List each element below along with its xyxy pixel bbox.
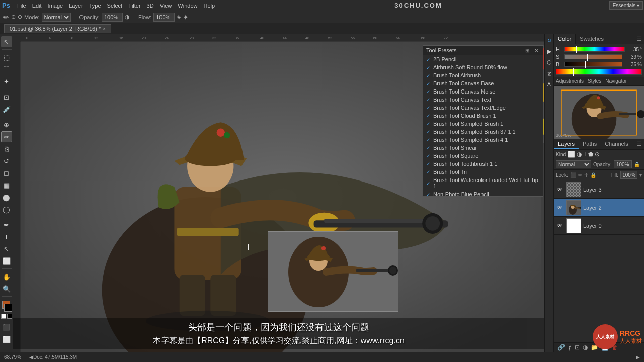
- kind-pixel-filter[interactable]: ⬜: [568, 151, 575, 158]
- layer-item-3[interactable]: 👁 Layer 3: [554, 180, 644, 199]
- brush-tool[interactable]: ✏: [1, 131, 12, 142]
- fill-input[interactable]: [620, 171, 637, 179]
- eraser-tool[interactable]: ◻: [1, 167, 12, 178]
- layer-mask-icon[interactable]: ⊡: [573, 344, 581, 351]
- tab-styles[interactable]: Styles: [588, 78, 601, 84]
- screen-mode[interactable]: ⬜: [1, 334, 12, 345]
- kind-adjust-filter[interactable]: ◑: [577, 151, 582, 158]
- text-tool[interactable]: T: [1, 231, 12, 242]
- opacity-lock-icon[interactable]: 🔒: [634, 162, 640, 167]
- menu-select[interactable]: Select: [104, 0, 126, 11]
- blur-tool[interactable]: ⬤: [1, 192, 12, 203]
- rectangle-select-tool[interactable]: ⬚: [1, 52, 12, 63]
- preset-item-3[interactable]: ✓ Brush Tool Canvas Base: [423, 79, 543, 87]
- flow-input[interactable]: [153, 13, 175, 22]
- nav-arrow-left[interactable]: ◀: [29, 354, 33, 360]
- spectrum-bar[interactable]: [556, 69, 642, 75]
- background-color-box[interactable]: [4, 304, 12, 312]
- menu-window[interactable]: Window: [175, 0, 200, 11]
- tab-close-button[interactable]: ×: [103, 26, 106, 32]
- brightness-slider[interactable]: [564, 62, 622, 67]
- mode-select[interactable]: Normal: [42, 13, 71, 22]
- layer-item-0[interactable]: 👁 Layer 0: [554, 217, 644, 235]
- kind-smart-filter[interactable]: ⊙: [595, 151, 600, 158]
- menu-layer[interactable]: Layer: [66, 0, 86, 11]
- tab-layers[interactable]: Layers: [554, 139, 579, 149]
- layer-3-visibility[interactable]: 👁: [556, 186, 564, 194]
- zoom-tool[interactable]: 🔍: [1, 283, 12, 294]
- layers-panel-options[interactable]: ☰: [635, 139, 644, 149]
- swap-colors[interactable]: [7, 314, 12, 319]
- preset-item-5[interactable]: ✓ Brush Tool Canvas Text: [423, 96, 543, 104]
- menu-view[interactable]: View: [157, 0, 175, 11]
- menu-edit[interactable]: Edit: [29, 0, 45, 11]
- essentials-button[interactable]: Essentials ▾: [609, 1, 643, 10]
- eyedropper-tool[interactable]: 💉: [1, 104, 12, 115]
- pen-tool[interactable]: ✒: [1, 219, 12, 230]
- menu-type[interactable]: Type: [86, 0, 104, 11]
- preset-item-4[interactable]: ✓ Brush Tool Canvas Noise: [423, 87, 543, 96]
- clone-stamp-tool[interactable]: ⎘: [1, 143, 12, 154]
- tab-adjustments[interactable]: Adjustments: [556, 78, 584, 84]
- sidebar-3d-icon[interactable]: ⬡: [545, 58, 553, 66]
- default-colors[interactable]: [1, 314, 6, 319]
- preset-item-6[interactable]: ✓ Brush Tool Canvas Text/Edge: [423, 104, 543, 112]
- saturation-slider[interactable]: [564, 54, 622, 59]
- gradient-tool[interactable]: ▦: [1, 179, 12, 191]
- preset-item-14[interactable]: ✓ Brush Tool Tri: [423, 168, 543, 176]
- fill-arrow-icon[interactable]: ▾: [639, 172, 642, 178]
- preset-item-13[interactable]: ✓ Brush Tool Toothbrush 1 1: [423, 160, 543, 168]
- layer-adj-icon[interactable]: ◑: [581, 344, 589, 351]
- lock-all[interactable]: 🔒: [590, 172, 596, 178]
- menu-3d[interactable]: 3D: [144, 0, 157, 11]
- magic-wand-tool[interactable]: ✦: [1, 76, 12, 87]
- sidebar-history-icon[interactable]: ↻: [545, 36, 553, 44]
- tab-paths[interactable]: Paths: [579, 139, 601, 149]
- lock-pixels[interactable]: ✏: [578, 172, 582, 178]
- kind-type-filter[interactable]: T: [583, 151, 587, 158]
- preset-item-9[interactable]: ✓ Brush Tool Sampled Brush 37 1 1: [423, 128, 543, 136]
- preset-item-16[interactable]: ✓ Non-Photo Blue Pencil: [423, 190, 543, 196]
- blend-mode-select[interactable]: Normal: [556, 160, 591, 168]
- tab-swatches[interactable]: Swatches: [576, 34, 608, 44]
- lock-transparency[interactable]: ⬛: [570, 172, 576, 178]
- preset-item-2[interactable]: ✓ Brush Tool Airbrush: [423, 71, 543, 79]
- quick-mask[interactable]: ⬛: [1, 322, 12, 333]
- preset-item-10[interactable]: ✓ Brush Tool Sampled Brush 4 1: [423, 136, 543, 144]
- preset-item-8[interactable]: ✓ Brush Tool Sampled Brush 1: [423, 120, 543, 128]
- document-tab[interactable]: 01.psd @ 36.8% (Layer 2, RGB/16) * ×: [4, 24, 111, 33]
- shape-tool[interactable]: ⬜: [1, 255, 12, 266]
- tool-presets-close[interactable]: ✕: [533, 48, 540, 53]
- foreground-color[interactable]: [1, 301, 12, 312]
- opacity-input[interactable]: [102, 13, 123, 22]
- nav-arrow-right[interactable]: ▶: [636, 354, 640, 360]
- color-panel-options[interactable]: ☰: [635, 34, 644, 44]
- preset-item-12[interactable]: ✓ Brush Tool Square: [423, 152, 543, 160]
- menu-help[interactable]: Help: [200, 0, 218, 11]
- menu-filter[interactable]: Filter: [125, 0, 143, 11]
- sidebar-char-icon[interactable]: A: [545, 80, 553, 88]
- layer-style-icon[interactable]: ƒ: [567, 344, 573, 351]
- kind-shape-filter[interactable]: ⬟: [588, 151, 593, 158]
- tab-channels[interactable]: Channels: [601, 139, 632, 149]
- preset-item-15[interactable]: ✓ Brush Tool Watercolor Loaded Wet Flat …: [423, 176, 543, 190]
- tab-color[interactable]: Color: [554, 34, 576, 44]
- hand-tool[interactable]: ✋: [1, 271, 12, 282]
- tab-navigator[interactable]: Navigator: [605, 78, 627, 84]
- menu-file[interactable]: File: [14, 0, 29, 11]
- sidebar-actions-icon[interactable]: ▶: [545, 47, 553, 55]
- preset-item-7[interactable]: ✓ Brush Tool Cloud Brush 1: [423, 112, 543, 120]
- move-tool[interactable]: ↖: [1, 36, 12, 47]
- healing-brush-tool[interactable]: ⊕: [1, 119, 12, 130]
- layer-link-icon[interactable]: 🔗: [556, 344, 567, 351]
- sidebar-timeline-icon[interactable]: ⧖: [545, 69, 553, 77]
- preset-item-11[interactable]: ✓ Brush Tool Smear: [423, 144, 543, 152]
- path-select-tool[interactable]: ↖: [1, 243, 12, 254]
- history-brush-tool[interactable]: ↺: [1, 155, 12, 166]
- hue-slider[interactable]: [564, 47, 625, 52]
- layer-2-visibility[interactable]: 👁: [556, 204, 564, 212]
- preset-item-0[interactable]: ✓ 2B Pencil: [423, 55, 543, 63]
- menu-image[interactable]: Image: [45, 0, 66, 11]
- layer-opacity-input[interactable]: [614, 160, 632, 168]
- lock-position[interactable]: ✛: [584, 172, 588, 178]
